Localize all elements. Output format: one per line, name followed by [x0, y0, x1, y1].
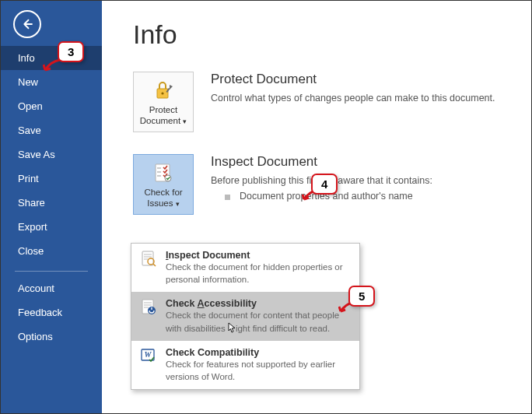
callout-5: 5: [348, 286, 375, 307]
menu-item-title: Check Compatibility: [166, 347, 352, 358]
nav-list-footer: Account Feedback Options: [1, 276, 102, 349]
nav-item-export[interactable]: Export: [1, 215, 102, 239]
nav-item-share[interactable]: Share: [1, 191, 102, 215]
nav-divider: [15, 271, 88, 272]
back-button[interactable]: [13, 10, 41, 38]
word-compat-icon: W: [139, 347, 158, 383]
tile-label: Check for Issues ▾: [137, 187, 190, 209]
nav-item-account[interactable]: Account: [1, 276, 102, 300]
accessibility-icon: [139, 298, 158, 335]
back-arrow-icon: [20, 17, 34, 31]
nav-item-print[interactable]: Print: [1, 167, 102, 191]
inspect-doc-icon: [139, 250, 158, 286]
inspect-document-title: Inspect Document: [211, 154, 509, 170]
inspect-bullet-row: Document properties and author's name: [211, 191, 509, 202]
page-title: Info: [133, 19, 509, 50]
menu-item-inspect-document[interactable]: Inspect Document Check the document for …: [131, 244, 359, 292]
nav-item-save-as[interactable]: Save As: [1, 142, 102, 167]
protect-document-desc: Control what types of changes people can…: [211, 91, 509, 105]
chevron-down-icon: ▾: [176, 200, 180, 208]
callout-4: 4: [311, 174, 338, 195]
menu-item-title: Check Accessibility: [166, 298, 352, 309]
nav-item-close[interactable]: Close: [1, 239, 102, 263]
svg-point-1: [161, 92, 163, 94]
protect-document-tile[interactable]: Protect Document ▾: [133, 72, 194, 132]
menu-item-check-compatibility[interactable]: W Check Compatibility Check for features…: [131, 341, 359, 389]
nav-item-new[interactable]: New: [1, 70, 102, 94]
menu-item-desc: Check the document for content that peop…: [166, 310, 352, 335]
svg-point-4: [165, 175, 171, 181]
tile-label: Protect Document ▾: [137, 104, 190, 127]
menu-item-check-accessibility[interactable]: Check Accessibility Check the document f…: [131, 292, 359, 341]
cursor-icon: [228, 322, 236, 333]
svg-text:W: W: [145, 350, 152, 359]
chevron-down-icon: ▾: [183, 118, 187, 125]
nav-item-options[interactable]: Options: [1, 325, 102, 349]
inspect-document-body: Inspect Document Before publishing this …: [211, 154, 509, 202]
callout-3: 3: [58, 41, 84, 62]
menu-item-title: Inspect Document: [166, 250, 352, 261]
nav-item-feedback[interactable]: Feedback: [1, 300, 102, 325]
check-for-issues-tile[interactable]: Check for Issues ▾: [133, 154, 194, 215]
inspect-document-desc: Before publishing this file, be aware th…: [211, 174, 509, 188]
nav-list-primary: Info New Open Save Save As Print Share E…: [1, 46, 102, 263]
bullet-icon: [225, 195, 230, 200]
menu-item-desc: Check the document for hidden properties…: [166, 261, 352, 286]
nav-item-save[interactable]: Save: [1, 118, 102, 142]
protect-document-body: Protect Document Control what types of c…: [211, 72, 509, 105]
menu-item-desc: Check for features not supported by earl…: [166, 359, 352, 383]
protect-document-section: Protect Document ▾ Protect Document Cont…: [133, 72, 509, 132]
lock-icon: [137, 79, 190, 102]
check-for-issues-dropdown: Inspect Document Check the document for …: [131, 243, 360, 390]
protect-document-title: Protect Document: [211, 72, 509, 87]
nav-item-open[interactable]: Open: [1, 94, 102, 118]
checklist-icon: [137, 161, 190, 184]
